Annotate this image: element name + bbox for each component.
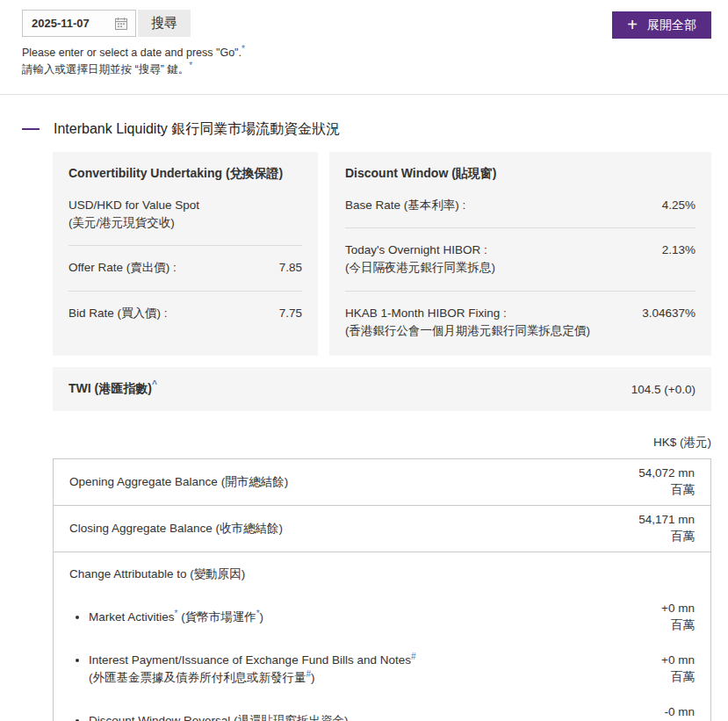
- market-activities-row: Market Activities* (貨幣市場運作*) +0 mn 百萬: [89, 601, 695, 634]
- base-rate-label: Base Rate (基本利率) :: [345, 197, 465, 214]
- change-attributable-section: Change Attributable to (變動原因) Market Act…: [54, 552, 710, 721]
- row-label: Interest Payment/Issuance of Exchange Fu…: [89, 652, 416, 688]
- offer-rate-value: 7.85: [279, 259, 302, 277]
- footnote-link[interactable]: ^: [152, 379, 157, 389]
- hint-line-en: Please enter or select a date and press …: [22, 45, 706, 61]
- hkab-hibor-fixing-value: 3.04637%: [642, 305, 696, 322]
- row-value: +0 mn 百萬: [661, 653, 695, 686]
- divider: [345, 291, 696, 292]
- row-label: Market Activities* (貨幣市場運作*): [89, 609, 263, 626]
- overnight-hibor-row: Today's Overnight HIBOR : (今日隔夜港元銀行同業拆息)…: [345, 242, 696, 278]
- divider: [68, 245, 302, 246]
- divider: [345, 227, 696, 228]
- twi-label: TWI (港匯指數)^: [68, 381, 157, 397]
- calendar-icon[interactable]: [114, 17, 128, 31]
- date-search-group: 搜尋: [22, 10, 191, 37]
- interest-payment-issuance-row: Interest Payment/Issuance of Exchange Fu…: [89, 652, 695, 688]
- twi-row: TWI (港匯指數)^ 104.5 (+0.0): [53, 367, 711, 411]
- footnote-link[interactable]: *: [189, 61, 192, 70]
- offer-rate-row: Offer Rate (賣出價) : 7.85: [68, 259, 302, 277]
- toolbar: 搜尋 + 展開全部: [0, 0, 728, 39]
- row-value: +0 mn 百萬: [661, 601, 695, 634]
- change-attributable-header: Change Attributable to (變動原因): [69, 566, 695, 583]
- date-hints: Please enter or select a date and press …: [0, 39, 728, 79]
- discount-window-reversal-row: Discount Window Reversal (退還貼現窗拆出資金) -0 …: [89, 704, 695, 721]
- panel-title: Convertibility Undertaking (兌換保證): [68, 166, 302, 182]
- plus-icon: +: [627, 16, 638, 33]
- divider: [68, 291, 302, 292]
- hkab-hibor-fixing-row: HKAB 1-Month HIBOR Fixing : (香港銀行公會一個月期港…: [345, 305, 696, 341]
- closing-aggregate-balance-row: Closing Aggregate Balance (收市總結餘) 54,171…: [54, 506, 710, 552]
- date-field[interactable]: [22, 10, 136, 37]
- row-value: 54,072 mn 百萬: [638, 465, 695, 499]
- cu-subtitle: USD/HKD for Value Spot (美元/港元現貨交收): [68, 197, 302, 233]
- row-label: Opening Aggregate Balance (開市總結餘): [69, 474, 288, 490]
- base-rate-row: Base Rate (基本利率) : 4.25%: [345, 197, 696, 214]
- row-value: -0 mn 百萬: [664, 704, 695, 721]
- collapse-minus-icon: [22, 128, 40, 130]
- panel-title: Discount Window (貼現窗): [345, 166, 696, 182]
- expand-all-label: 展開全部: [647, 18, 696, 33]
- interbank-liquidity-content: Convertibility Undertaking (兌換保證) USD/HK…: [53, 152, 711, 721]
- top-divider: [0, 94, 728, 95]
- expand-all-button[interactable]: + 展開全部: [612, 11, 711, 39]
- bid-rate-row: Bid Rate (買入價) : 7.75: [68, 305, 302, 322]
- opening-aggregate-balance-row: Opening Aggregate Balance (開市總結餘) 54,072…: [54, 459, 710, 506]
- search-button[interactable]: 搜尋: [138, 10, 191, 37]
- aggregate-balance-table: Opening Aggregate Balance (開市總結餘) 54,072…: [53, 458, 711, 721]
- footnote-link[interactable]: #: [411, 651, 416, 660]
- row-label: Discount Window Reversal (退還貼現窗拆出資金): [89, 712, 349, 721]
- offer-rate-label: Offer Rate (賣出價) :: [68, 259, 177, 277]
- discount-window-panel: Discount Window (貼現窗) Base Rate (基本利率) :…: [329, 152, 711, 356]
- hint-line-zh: 請輸入或選擇日期並按 “搜尋” 鍵。*: [22, 61, 706, 78]
- bid-rate-value: 7.75: [279, 305, 302, 322]
- currency-header: HK$ (港元): [53, 435, 711, 451]
- row-label: Closing Aggregate Balance (收市總結餘): [69, 521, 283, 537]
- overnight-hibor-label: Today's Overnight HIBOR : (今日隔夜港元銀行同業拆息): [345, 242, 495, 278]
- section-interbank-liquidity-toggle[interactable]: Interbank Liquidity 銀行同業市場流動資金狀況: [22, 120, 728, 139]
- overnight-hibor-value: 2.13%: [662, 242, 696, 259]
- footnote-link[interactable]: *: [241, 44, 245, 54]
- base-rate-value: 4.25%: [662, 197, 696, 214]
- bid-rate-label: Bid Rate (買入價) :: [68, 305, 168, 322]
- row-value: 54,171 mn 百萬: [638, 512, 695, 545]
- section-title: Interbank Liquidity 銀行同業市場流動資金狀況: [54, 120, 340, 139]
- hkab-hibor-fixing-label: HKAB 1-Month HIBOR Fixing : (香港銀行公會一個月期港…: [345, 305, 590, 341]
- date-input[interactable]: [32, 17, 111, 30]
- twi-value: 104.5 (+0.0): [631, 383, 696, 396]
- convertibility-undertaking-panel: Convertibility Undertaking (兌換保證) USD/HK…: [53, 152, 318, 356]
